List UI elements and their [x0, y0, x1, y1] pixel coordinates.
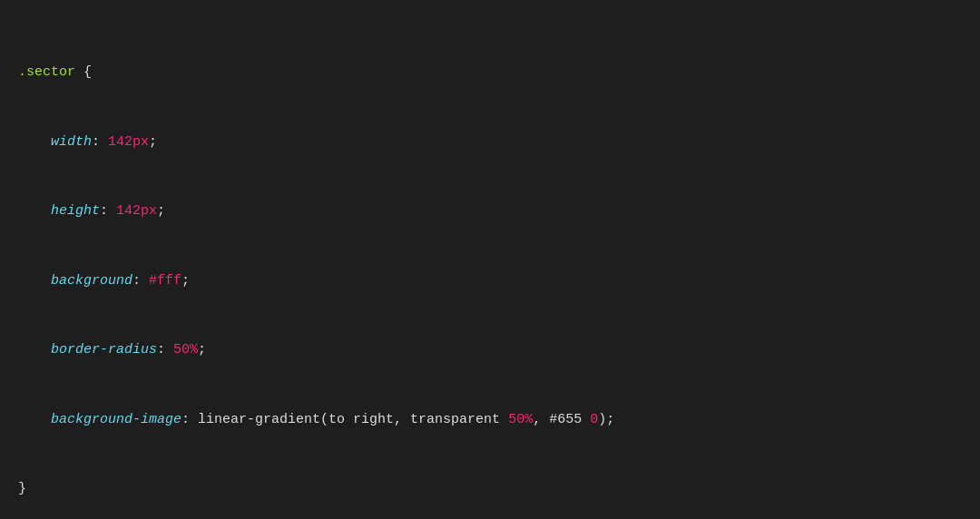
prop-height: height: 142px;	[18, 200, 962, 223]
prop-background-image: background-image: linear-gradient(to rig…	[18, 408, 962, 432]
selector-line-1: .sector {	[18, 61, 962, 84]
code-editor: .sector { width: 142px; height: 142px; b…	[18, 15, 962, 519]
close-brace-1: }	[18, 477, 962, 501]
selector-sector: .sector	[18, 64, 75, 80]
prop-background: background: #fff;	[18, 269, 962, 293]
prop-width: width: 142px;	[18, 131, 962, 154]
prop-border-radius: border-radius: 50%;	[18, 338, 962, 362]
